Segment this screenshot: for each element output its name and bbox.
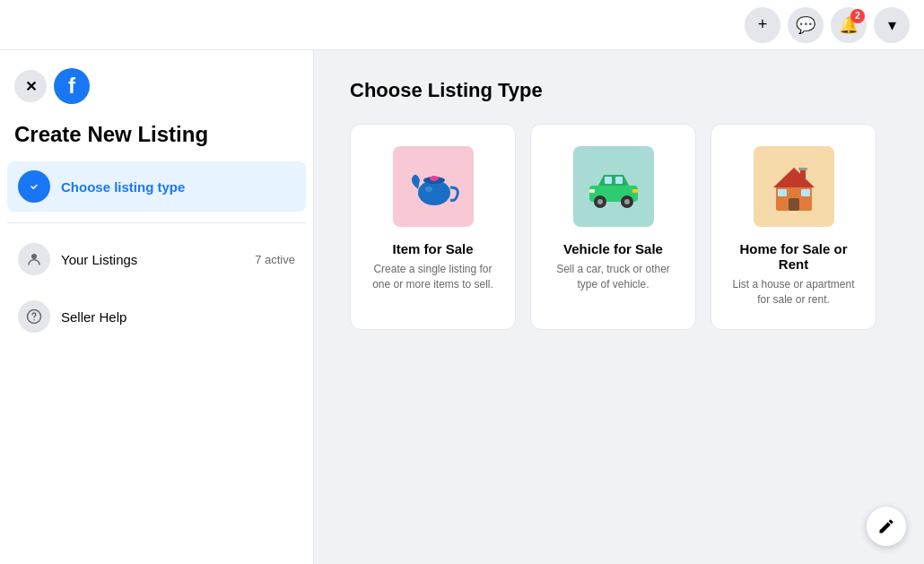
svg-rect-17 (589, 189, 595, 193)
svg-point-0 (28, 180, 41, 194)
edit-button[interactable] (867, 507, 906, 546)
svg-rect-25 (800, 169, 806, 180)
seller-help-label: Seller Help (61, 309, 295, 325)
add-icon: + (758, 15, 768, 34)
sidebar-item-your-listings[interactable]: Your Listings 7 active (7, 234, 306, 284)
edit-icon (877, 517, 895, 535)
choose-listing-type-label: Choose listing type (61, 179, 295, 195)
content-area: Choose Listing Type (314, 50, 924, 564)
your-listings-badge: 7 active (255, 253, 295, 266)
home-for-sale-image (754, 146, 834, 227)
listing-cards-row: Item for Sale Create a single listing fo… (350, 124, 888, 330)
svg-rect-26 (798, 168, 807, 170)
teapot-svg (402, 155, 465, 218)
your-listings-label: Your Listings (61, 252, 244, 267)
content-title: Choose Listing Type (350, 79, 888, 102)
choose-listing-type-icon (18, 170, 50, 203)
facebook-logo: f (54, 68, 90, 104)
seller-help-icon (18, 300, 50, 333)
close-icon: ✕ (25, 78, 37, 95)
messenger-icon: 💬 (796, 15, 815, 35)
chevron-down-icon: ▾ (888, 15, 896, 35)
home-for-sale-title: Home for Sale or Rent (726, 241, 861, 272)
close-button[interactable]: ✕ (14, 70, 47, 102)
home-for-sale-card[interactable]: Home for Sale or Rent List a house or ap… (710, 124, 876, 330)
svg-point-16 (624, 199, 630, 204)
vehicle-for-sale-title: Vehicle for Sale (563, 241, 663, 256)
svg-rect-22 (789, 198, 799, 211)
home-for-sale-desc: List a house or apartment for sale or re… (726, 277, 861, 308)
main-layout: ✕ f Create New Listing Choose listing ty… (0, 50, 924, 564)
svg-point-8 (425, 187, 432, 192)
svg-point-5 (418, 180, 450, 205)
svg-rect-18 (632, 189, 638, 193)
car-svg (582, 155, 645, 218)
sidebar-divider-1 (7, 222, 306, 223)
sidebar-item-choose-listing-type[interactable]: Choose listing type (7, 161, 306, 212)
page-title: Create New Listing (7, 122, 306, 154)
add-button[interactable]: + (745, 7, 780, 43)
svg-rect-11 (605, 177, 612, 184)
messenger-button[interactable]: 💬 (788, 7, 824, 43)
svg-point-3 (33, 319, 35, 321)
svg-rect-12 (615, 177, 623, 184)
sidebar-item-seller-help[interactable]: Seller Help (7, 291, 306, 342)
notification-button[interactable]: 🔔 2 (831, 7, 867, 43)
sidebar-header: ✕ f (7, 65, 306, 115)
vehicle-for-sale-card[interactable]: Vehicle for Sale Sell a car, truck or ot… (530, 124, 696, 330)
vehicle-for-sale-image (573, 146, 654, 227)
notification-badge: 2 (850, 9, 865, 23)
svg-point-7 (430, 176, 439, 181)
item-for-sale-title: Item for Sale (392, 241, 473, 256)
topbar-actions: + 💬 🔔 2 ▾ (745, 7, 910, 43)
svg-point-14 (597, 199, 603, 204)
item-for-sale-card[interactable]: Item for Sale Create a single listing fo… (350, 124, 516, 330)
your-listings-icon (18, 243, 50, 275)
topbar: + 💬 🔔 2 ▾ (0, 0, 924, 50)
item-for-sale-desc: Create a single listing for one or more … (365, 262, 501, 292)
house-svg (763, 155, 825, 218)
sidebar: ✕ f Create New Listing Choose listing ty… (0, 50, 314, 564)
item-for-sale-image (393, 146, 474, 227)
account-button[interactable]: ▾ (874, 7, 910, 43)
svg-rect-23 (778, 189, 787, 196)
svg-point-1 (31, 254, 37, 259)
vehicle-for-sale-desc: Sell a car, truck or other type of vehic… (545, 262, 681, 292)
svg-rect-24 (801, 189, 810, 196)
